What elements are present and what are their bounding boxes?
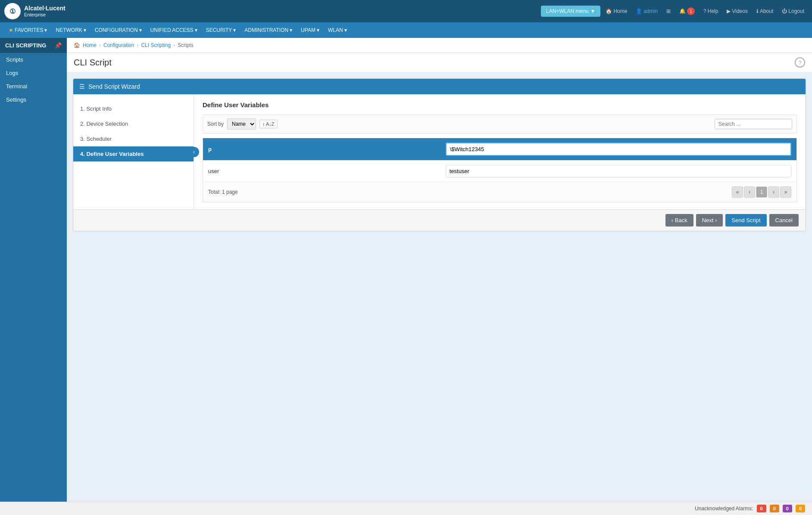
page-title-bar: CLI Script ? — [67, 53, 812, 72]
next-button[interactable]: Next › — [696, 214, 723, 226]
sidebar-item-settings[interactable]: Settings — [0, 93, 67, 106]
var-input-p[interactable] — [446, 143, 791, 156]
nav-security[interactable]: SECURITY ▾ — [202, 25, 240, 36]
chevron-down-icon: ▾ — [290, 27, 292, 33]
pag-last[interactable]: » — [780, 186, 791, 198]
var-input-user[interactable] — [446, 165, 791, 177]
pagination-buttons: « ‹ 1 › » — [732, 186, 791, 198]
nav-upam[interactable]: UPAM ▾ — [297, 25, 324, 36]
logo-circle: ① — [4, 3, 21, 19]
star-icon: ★ — [9, 27, 13, 33]
alarm-badge-orange: 0 — [770, 505, 779, 512]
logout-icon: ⏻ — [782, 8, 787, 14]
lan-wlan-button[interactable]: LAN+WLAN menu ▼ — [541, 6, 600, 17]
alarm-badge-purple: 0 — [783, 505, 792, 512]
home-link[interactable]: 🏠 Home — [602, 6, 631, 16]
pin-icon: 📌 — [55, 42, 62, 49]
breadcrumb-home[interactable]: Home — [83, 42, 97, 48]
grid-link[interactable]: ⊞ — [663, 6, 674, 16]
wizard-container: ☰ Send Script Wizard 1. Script Info 2. D… — [73, 78, 806, 231]
wizard-step-4[interactable]: 4. Define User Variables — [73, 146, 194, 161]
nav-wlan[interactable]: WLAN ▾ — [324, 25, 351, 36]
wizard-body: 1. Script Info 2. Device Selection 3. Sc… — [73, 94, 806, 209]
page-title: CLI Script — [74, 58, 112, 68]
alarms-label: Unacknowledged Alarms: — [695, 506, 753, 512]
pag-next[interactable]: › — [768, 186, 779, 198]
user-icon: 👤 — [636, 8, 642, 14]
top-right-nav: LAN+WLAN menu ▼ 🏠 Home 👤 admin ⊞ 🔔 1 ? H… — [541, 6, 808, 17]
wizard-step-1[interactable]: 1. Script Info — [73, 101, 194, 116]
send-script-button[interactable]: Send Script — [725, 214, 766, 226]
sort-order-button[interactable]: ↕ A↓Z — [259, 120, 278, 128]
sidebar-item-scripts[interactable]: Scripts — [0, 53, 67, 66]
sort-select[interactable]: Name — [227, 118, 256, 130]
collapse-button[interactable]: ‹ — [189, 147, 199, 157]
main-layout: CLI SCRIPTING 📌 Scripts Logs Terminal Se… — [0, 38, 812, 515]
nav-network[interactable]: NETWORK ▾ — [51, 25, 90, 36]
pag-prev[interactable]: ‹ — [744, 186, 755, 198]
menu-icon: ☰ — [79, 83, 85, 90]
help-button[interactable]: ? — [795, 57, 805, 68]
about-link[interactable]: ℹ About — [753, 6, 777, 16]
breadcrumb-cli-scripting[interactable]: CLI Scripting — [141, 42, 171, 48]
video-icon: ▶ — [727, 8, 731, 14]
home-icon: 🏠 — [74, 42, 80, 48]
total-pages-text: Total: 1 page — [208, 189, 238, 195]
sidebar-item-terminal[interactable]: Terminal — [0, 80, 67, 93]
sort-bar: Sort by Name ↕ A↓Z — [203, 115, 797, 133]
nav-administration[interactable]: ADMINISTRATION ▾ — [240, 25, 297, 36]
wizard-steps: 1. Script Info 2. Device Selection 3. Sc… — [73, 94, 194, 209]
bell-icon: 🔔 — [679, 8, 686, 14]
sidebar-item-logs[interactable]: Logs — [0, 66, 67, 80]
action-bar: ‹ Back Next › Send Script Cancel — [73, 209, 806, 231]
breadcrumb-configuration[interactable]: Configuration — [103, 42, 134, 48]
nav-favorites[interactable]: ★ FAVORITES ▾ — [4, 25, 51, 36]
chevron-down-icon: ▾ — [233, 27, 236, 33]
sort-az-icon: ↕ A↓Z — [262, 121, 275, 127]
breadcrumb: 🏠 Home › Configuration › CLI Scripting ›… — [67, 38, 812, 53]
chevron-down-icon: ▾ — [139, 27, 142, 33]
help-icon: ? — [703, 8, 706, 14]
home-icon: 🏠 — [606, 8, 612, 14]
chevron-down-icon: ▾ — [44, 27, 47, 33]
cancel-button[interactable]: Cancel — [769, 214, 799, 226]
alarm-badge-red: 0 — [757, 505, 766, 512]
table-row-user: user — [203, 161, 797, 182]
sidebar-title: CLI SCRIPTING — [5, 42, 46, 49]
admin-link[interactable]: 👤 admin — [632, 6, 661, 16]
table-row-p: p — [203, 138, 797, 161]
define-user-variables-title: Define User Variables — [203, 101, 797, 109]
main-nav: ★ FAVORITES ▾ NETWORK ▾ CONFIGURATION ▾ … — [0, 22, 812, 38]
wizard-content: ‹ Define User Variables Sort by Name ↕ A… — [194, 94, 806, 209]
help-link[interactable]: ? Help — [700, 6, 721, 16]
top-bar: ① Alcatel·Lucent Enterprise LAN+WLAN men… — [0, 0, 812, 22]
var-name-user: user — [203, 161, 440, 182]
info-icon: ℹ — [756, 8, 759, 14]
wizard-step-3[interactable]: 3. Scheduler — [73, 131, 194, 146]
variables-table: p user — [203, 138, 797, 182]
back-button[interactable]: ‹ Back — [665, 214, 693, 226]
search-input[interactable] — [715, 119, 792, 129]
wizard-header: ☰ Send Script Wizard — [73, 79, 806, 94]
chevron-down-icon: ▼ — [590, 8, 595, 14]
wizard-step-2[interactable]: 2. Device Selection — [73, 116, 194, 131]
alarm-badge-yellow: 0 — [796, 505, 805, 512]
nav-unified-access[interactable]: UNIFIED ACCESS ▾ — [146, 25, 202, 36]
notif-badge: 1 — [687, 7, 695, 15]
logo-area: ① Alcatel·Lucent Enterprise — [4, 3, 66, 19]
sidebar-header: CLI SCRIPTING 📌 — [0, 38, 67, 53]
logout-link[interactable]: ⏻ Logout — [778, 6, 808, 16]
pag-current[interactable]: 1 — [756, 186, 767, 198]
sidebar: CLI SCRIPTING 📌 Scripts Logs Terminal Se… — [0, 38, 67, 515]
bell-link[interactable]: 🔔 1 — [676, 6, 698, 17]
sidebar-nav: Scripts Logs Terminal Settings — [0, 53, 67, 106]
status-bar: Unacknowledged Alarms: 0 0 0 0 — [0, 502, 812, 515]
nav-configuration[interactable]: CONFIGURATION ▾ — [91, 25, 146, 36]
wizard-title: Send Script Wizard — [88, 83, 140, 90]
content-area: 🏠 Home › Configuration › CLI Scripting ›… — [67, 38, 812, 515]
pagination-row: Total: 1 page « ‹ 1 › » — [203, 182, 797, 202]
brand-sub: Enterprise — [24, 12, 66, 18]
videos-link[interactable]: ▶ Videos — [723, 6, 751, 16]
pag-first[interactable]: « — [732, 186, 743, 198]
grid-icon: ⊞ — [666, 8, 671, 14]
